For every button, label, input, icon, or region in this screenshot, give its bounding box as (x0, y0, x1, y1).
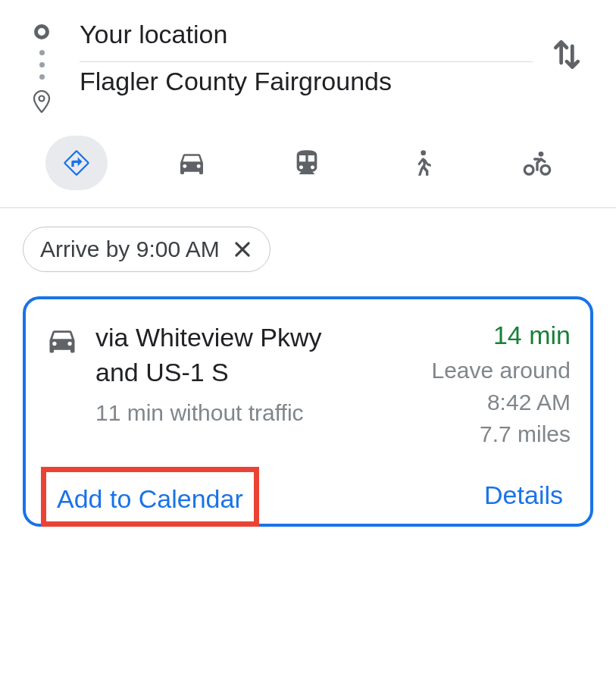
origin-input[interactable] (80, 15, 533, 61)
svg-point-2 (524, 165, 533, 174)
svg-point-0 (39, 96, 45, 102)
svg-point-3 (541, 165, 550, 174)
mode-transit-tab[interactable] (276, 136, 338, 190)
details-button[interactable]: Details (481, 473, 566, 524)
route-card[interactable]: via Whiteview Pkwy and US-1 S 11 min wit… (23, 296, 593, 527)
mode-car-tab[interactable] (161, 136, 223, 190)
car-icon (45, 324, 79, 357)
location-fields (61, 15, 540, 108)
directions-icon (61, 148, 92, 178)
route-leave-label: Leave around 8:42 AM (389, 355, 571, 418)
waypoint-markers (23, 15, 61, 113)
bike-icon (522, 148, 552, 178)
mode-bike-tab[interactable] (506, 136, 568, 190)
route-via-label: via Whiteview Pkwy and US-1 S (95, 321, 366, 390)
directions-header (0, 0, 616, 120)
route-actions-row: Add to Calendar Details (45, 473, 571, 524)
add-to-calendar-button[interactable]: Add to Calendar (54, 477, 246, 521)
route-without-traffic-label: 11 min without traffic (95, 398, 366, 429)
svg-point-1 (421, 150, 426, 155)
close-icon[interactable] (232, 239, 253, 260)
travel-mode-tabs (0, 120, 616, 207)
arrive-by-chip[interactable]: Arrive by 9:00 AM (23, 227, 270, 272)
destination-input[interactable] (80, 62, 533, 108)
route-summary-row: via Whiteview Pkwy and US-1 S 11 min wit… (45, 321, 571, 450)
car-icon (177, 148, 207, 178)
mode-best-tab[interactable] (45, 136, 108, 190)
route-duration-label: 14 min (389, 321, 571, 350)
origin-circle-icon (34, 24, 49, 39)
swap-icon[interactable] (550, 38, 583, 71)
route-main-col: via Whiteview Pkwy and US-1 S 11 min wit… (95, 321, 372, 450)
svg-point-4 (539, 152, 544, 157)
arrive-by-label: Arrive by 9:00 AM (40, 236, 220, 262)
highlight-annotation: Add to Calendar (41, 467, 259, 527)
walk-icon (407, 148, 437, 178)
mode-walk-tab[interactable] (391, 136, 453, 190)
options-row: Arrive by 9:00 AM (0, 208, 616, 287)
waypoint-dots-icon (39, 50, 45, 80)
route-right-col: 14 min Leave around 8:42 AM 7.7 miles (389, 321, 571, 450)
transit-icon (292, 148, 322, 178)
destination-pin-icon (33, 90, 51, 113)
route-distance-label: 7.7 miles (389, 418, 571, 450)
